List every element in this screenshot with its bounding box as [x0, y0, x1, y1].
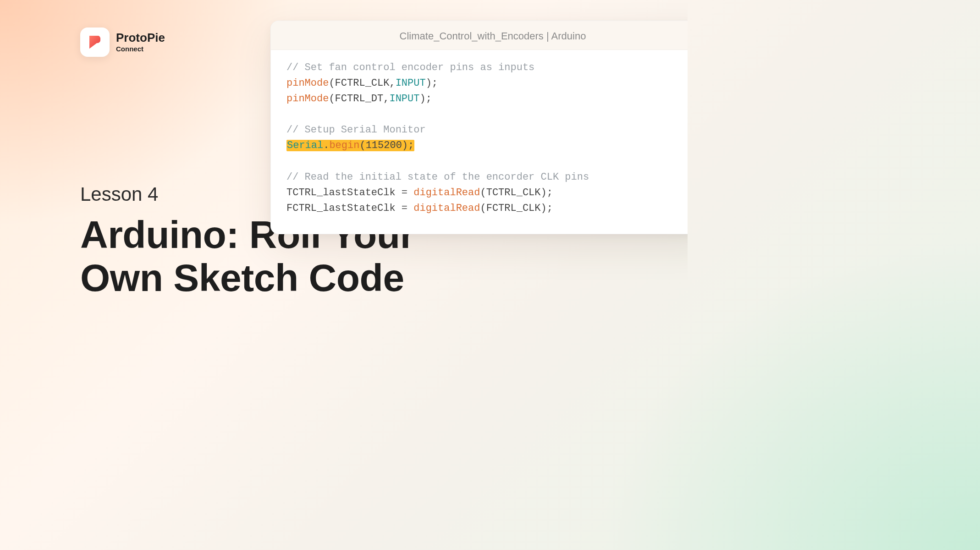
code-text: (FCTRL_CLK);	[480, 203, 552, 214]
code-window: Climate_Control_with_Encoders | Arduino …	[270, 21, 688, 234]
code-text: );	[426, 77, 438, 89]
code-text: (	[359, 140, 365, 151]
window-title: Climate_Control_with_Encoders | Arduino	[271, 21, 688, 50]
code-keyword: INPUT	[396, 77, 426, 89]
brand-block: ProtoPie Connect	[80, 28, 165, 57]
protopie-logo-icon	[80, 28, 110, 57]
code-func: digitalRead	[413, 203, 480, 214]
code-method: begin	[329, 140, 359, 151]
code-text: (FCTRL_CLK,	[329, 77, 395, 89]
code-block: // Set fan control encoder pins as input…	[271, 50, 688, 234]
code-text: );	[402, 140, 414, 151]
highlighted-line: Serial.begin(115200);	[286, 140, 414, 151]
code-func: pinMode	[286, 93, 329, 104]
code-text: FCTRL_lastStateClk =	[286, 203, 413, 214]
title-line-2: Own Sketch Code	[80, 256, 404, 299]
code-text: TCTRL_lastStateClk =	[286, 187, 413, 198]
lesson-label: Lesson 4	[80, 183, 158, 205]
code-func: pinMode	[286, 77, 329, 89]
code-text: (TCTRL_CLK);	[480, 187, 552, 198]
product-subname: Connect	[116, 45, 165, 53]
code-text: (FCTRL_DT,	[329, 93, 389, 104]
code-text: .	[323, 140, 329, 151]
brand-text: ProtoPie Connect	[116, 32, 165, 52]
logo-glyph-icon	[87, 34, 103, 50]
code-text: );	[419, 93, 431, 104]
code-keyword: INPUT	[389, 93, 419, 104]
code-number: 115200	[366, 140, 402, 151]
code-comment: // Read the initial state of the encorde…	[286, 171, 589, 183]
code-comment: // Set fan control encoder pins as input…	[286, 62, 534, 73]
code-func: digitalRead	[413, 187, 480, 198]
code-comment: // Setup Serial Monitor	[286, 124, 426, 136]
product-name: ProtoPie	[116, 32, 165, 44]
code-object: Serial	[287, 140, 323, 151]
